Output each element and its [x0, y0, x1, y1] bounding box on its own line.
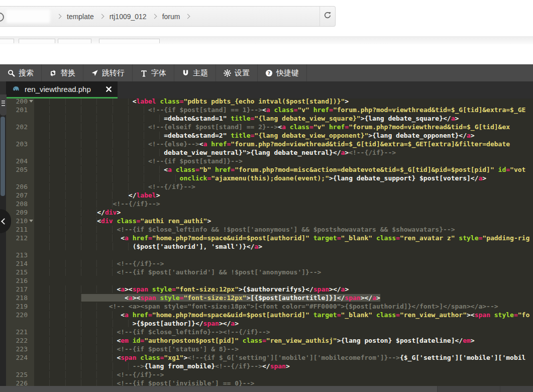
code-line-text: <!--{if $close_leftinfo}--><!--{/if}-->	[34, 328, 270, 336]
code-line[interactable]: 204 <!--{if $post[stand]}-->	[6, 157, 533, 165]
search-icon	[8, 69, 15, 77]
toolbar-button-search[interactable]: 搜索	[0, 64, 42, 81]
code-line[interactable]: 225 <!--{/if}-->	[6, 370, 533, 379]
code-area[interactable]: 200 <label class="pdbts pdbts_{echo intv…	[0, 99, 533, 386]
toolbar-button-shortcuts[interactable]: ?快捷键	[258, 64, 307, 81]
token: <!--{else}-->	[148, 140, 199, 148]
token	[309, 234, 313, 242]
code-line[interactable]: 206 <!--{/if}-->	[6, 182, 533, 191]
magnet-icon	[182, 69, 189, 77]
token: <!--{if $post['authorid'] && !$post['ano…	[117, 268, 321, 276]
code-line[interactable]: debate_view_neutral}">{lang debate_neutr…	[6, 148, 533, 157]
line-number: 221	[6, 328, 34, 336]
token: <!--{if $post['status'] & 8}-->	[117, 345, 239, 353]
token: class	[176, 166, 195, 173]
indent	[34, 149, 164, 156]
code-line-text: >{$post[author]}</span></a>	[34, 319, 239, 328]
code-line[interactable]: 216	[6, 276, 533, 285]
code-line[interactable]: 226 <!--{if $post['invisible'] == 0}-->	[6, 379, 533, 386]
code-line[interactable]: 212 <a href="home.php?mod=space&uid=$pos…	[6, 234, 533, 242]
code-line[interactable]: 222 <em id="authorposton$post[pid]" clas…	[6, 336, 533, 345]
chevron-left-icon	[1, 218, 8, 225]
code-line[interactable]: 211 <!--{if $close_leftinfo && !$post['a…	[6, 225, 533, 234]
code-line[interactable]: =debate&stand=1" title="{lang debate_vie…	[6, 114, 533, 123]
code-line[interactable]: 208 <!--{/if}-->	[6, 200, 533, 208]
code-line[interactable]: 219 <!-- <a><span style="font-size:18px"…	[6, 302, 533, 311]
tab-ren-viewthread[interactable]: ren_viewthread.php	[6, 81, 118, 97]
token: <!--{elseif $post[stand] == 2}-->	[148, 123, 278, 131]
code-line-text: <!--{/if}-->	[34, 200, 160, 208]
code-line[interactable]: 223 <!--{if $post['status'] & 8}-->	[6, 345, 533, 353]
horizontal-scrollbar-thumb[interactable]	[0, 386, 438, 392]
indent	[34, 183, 148, 190]
toolbar-button-label: 主题	[193, 68, 208, 78]
code-line[interactable]: 217 <a><span style="font-size:12px">{$au…	[6, 285, 533, 293]
horizontal-scrollbar[interactable]	[0, 386, 533, 392]
token: "home.php?mod=space&uid=$post[authorid]"	[152, 234, 309, 242]
token: "b"	[199, 166, 211, 173]
code-line-text: <!--{/if}-->	[34, 370, 164, 379]
php-elephant-icon	[12, 84, 21, 94]
token: <!--{if $post[stand] == 1}-->	[148, 106, 262, 114]
refresh-button[interactable]	[319, 7, 335, 26]
line-number	[6, 131, 34, 140]
fold-caret-icon[interactable]	[29, 100, 33, 103]
vertical-scrollbar-thumb[interactable]	[1, 117, 5, 196]
code-line[interactable]: 205 <a class="b" href="forum.php?mod=mis…	[6, 165, 533, 174]
token: class	[140, 354, 160, 361]
code-line[interactable]: 210 <div class="authi ren_authi">	[6, 217, 533, 225]
ghost-box	[0, 39, 14, 43]
indent	[34, 294, 81, 302]
code-line[interactable]: 220 <a href="home.php?mod=space&uid=$pos…	[6, 311, 533, 319]
code-line[interactable]: 201 <!--{if $post[stand] == 1}--><a clas…	[6, 106, 533, 114]
ghost-box	[99, 39, 160, 43]
code-line-text: <!--{if $close_leftinfo && !$post['anony…	[34, 225, 455, 234]
code-line[interactable]: 224 <span class="xg1"><!--{if $_G['setti…	[6, 353, 533, 362]
code-line[interactable]: =debate&stand=2" title="{lang debate_vie…	[6, 131, 533, 140]
indent	[34, 362, 133, 370]
toolbar-button-label: 跳转行	[102, 68, 125, 78]
toolbar-button-theme[interactable]: 主题	[174, 64, 216, 81]
code-line[interactable]: 209 </div>	[6, 208, 533, 217]
code-line[interactable]: 218 <a><span style="font-size:12px">[{$p…	[6, 293, 533, 302]
code-line[interactable]: 202 <!--{elseif $post[stand] == 2}--><a …	[6, 123, 533, 131]
token: <!--{/if}-->	[117, 260, 164, 267]
line-number: 225	[6, 370, 34, 379]
code-line-text: <!--{/if}-->	[34, 182, 195, 191]
code-line[interactable]: 213	[6, 251, 533, 259]
breadcrumb-item[interactable]: rtj1009_012	[108, 13, 149, 21]
breadcrumb-item[interactable]: template	[65, 13, 96, 21]
code-line[interactable]: 200 <label class="pdbts pdbts_{echo intv…	[6, 99, 533, 106]
code-line[interactable]: 214 <!--{/if}-->	[6, 259, 533, 268]
token: =debate&stand=2"	[164, 132, 231, 139]
code-line[interactable]: ($post['authorid'], 'small')}</a>	[6, 242, 533, 251]
code-line[interactable]: 215 <!--{if $post['authorid'] && !$post[…	[6, 268, 533, 276]
breadcrumb-item[interactable]: forum	[160, 13, 182, 21]
line-number: 214	[6, 259, 34, 268]
code-line[interactable]: onclick="ajaxmenu(this);doane(event);">{…	[6, 174, 533, 182]
breadcrumb: templatertj1009_012forum	[53, 13, 193, 21]
code-lines: 200 <label class="pdbts pdbts_{echo intv…	[6, 99, 533, 386]
code-line[interactable]: -->{lang from_mobile}<!--{/if}--></span>	[6, 362, 533, 370]
code-line[interactable]: >{$post[author]}</span></a>	[6, 319, 533, 328]
token: >	[376, 294, 380, 302]
toolbar-button-font[interactable]: 字体	[133, 64, 174, 81]
close-icon[interactable]	[106, 86, 112, 92]
token: "{lang debate_view_square}"	[254, 115, 360, 122]
code-line[interactable]: 207 </label>	[6, 191, 533, 200]
code-line[interactable]: 221 <!--{if $close_leftinfo}--><!--{/if}…	[6, 328, 533, 336]
indent	[34, 260, 117, 267]
token: >	[117, 209, 121, 216]
token: >	[286, 362, 290, 370]
toolbar-button-settings[interactable]: 设置	[216, 64, 258, 81]
code-line[interactable]: 203 <!--{else}--><a href="forum.php?mod=…	[6, 140, 533, 148]
toolbar-button-replace[interactable]: 替换	[42, 64, 83, 81]
fold-caret-icon[interactable]	[29, 220, 33, 222]
drag-handle[interactable]	[0, 94, 7, 116]
token: a	[129, 294, 133, 302]
toolbar-button-goto-line[interactable]: 跳转行	[83, 64, 133, 81]
line-number	[6, 174, 34, 182]
token: href	[133, 234, 148, 242]
token: =	[148, 234, 152, 242]
token	[148, 285, 152, 293]
